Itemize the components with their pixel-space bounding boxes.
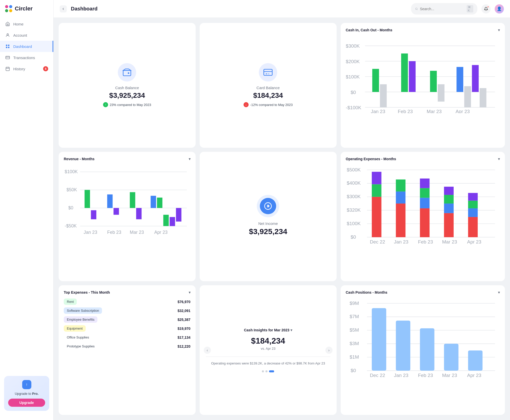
svg-text:-$50K: -$50K [65, 223, 77, 228]
cash-positions-title: Cash Positions - Months [346, 290, 387, 294]
header: Dashboard ⌘ K 👤 [54, 0, 510, 18]
svg-rect-13 [123, 71, 131, 76]
svg-rect-1 [6, 45, 7, 46]
svg-rect-15 [264, 69, 272, 75]
svg-rect-34 [438, 84, 444, 102]
operating-expenses-title: Operating Expenses - Months [346, 157, 396, 161]
page-title: Dashboard [71, 6, 407, 12]
sidebar-item-label: Transactions [13, 56, 35, 60]
sidebar: Circler Home Account Dashboard Transacti… [0, 0, 54, 420]
sidebar-item-history[interactable]: History 8 [0, 63, 53, 74]
chevron-down-icon[interactable]: ▾ [498, 290, 500, 294]
svg-rect-32 [409, 61, 415, 92]
collapse-button[interactable] [60, 5, 67, 12]
svg-rect-4 [8, 47, 9, 48]
expense-name: Office Supplies [64, 334, 92, 341]
chevron-down-icon[interactable]: ▾ [498, 28, 500, 32]
card-balance-change-text: -12% compared to May 2023 [250, 103, 293, 107]
cash-insights-card: Cash Insights for Mar 2023 ▾ ‹ $184,234 … [200, 285, 337, 415]
svg-rect-7 [6, 67, 9, 71]
avatar: 👤 [495, 4, 504, 13]
chevron-down-icon[interactable]: ▾ [189, 290, 190, 294]
net-income-card: Net Income $3,925,234 [200, 152, 337, 281]
revenue-header: Revenue - Months ▾ [64, 157, 190, 161]
chevron-down-icon[interactable]: ▾ [290, 328, 292, 332]
chevron-down-icon[interactable]: ▾ [498, 157, 500, 161]
svg-text:$320K: $320K [347, 207, 361, 213]
svg-text:Feb 23: Feb 23 [398, 109, 413, 113]
notifications-button[interactable] [481, 4, 491, 13]
svg-text:Apr 23: Apr 23 [455, 109, 470, 113]
svg-rect-5 [6, 56, 10, 59]
svg-rect-59 [163, 215, 169, 226]
cash-insights-header: Cash Insights for Mar 2023 ▾ [206, 328, 330, 332]
svg-text:Feb 23: Feb 23 [107, 229, 121, 235]
search-icon [415, 7, 418, 11]
sidebar-item-home[interactable]: Home [0, 18, 53, 30]
svg-rect-85 [396, 179, 405, 191]
card-balance-amount: $184,234 [253, 91, 283, 100]
svg-text:$100K: $100K [346, 74, 360, 79]
change-down-icon: ↓ [244, 102, 249, 107]
history-badge: 8 [43, 66, 48, 71]
card-balance-icon-wrap [259, 63, 277, 82]
logo-text: Circler [15, 5, 33, 12]
net-income-icon-wrap [257, 195, 279, 217]
svg-text:Apr 23: Apr 23 [154, 229, 168, 235]
upgrade-box: ↑ Upgrade to Pro. Upgrade [4, 376, 49, 411]
svg-text:Mar 23: Mar 23 [427, 109, 442, 113]
insights-next-button[interactable]: › [325, 347, 333, 354]
expense-name: Employee Benefits [64, 316, 97, 323]
sidebar-item-transactions[interactable]: Transactions [0, 52, 53, 63]
cash-balance-change-text: 23% compared to May 2023 [110, 103, 151, 107]
chevron-down-icon[interactable]: ▾ [189, 157, 190, 161]
upgrade-icon: ↑ [22, 380, 31, 389]
svg-rect-53 [107, 194, 112, 208]
sidebar-nav: Home Account Dashboard Transactions Hist… [0, 18, 53, 74]
sidebar-item-label: Home [13, 22, 23, 26]
svg-rect-96 [468, 200, 478, 208]
svg-rect-94 [468, 217, 478, 237]
sidebar-item-label: Dashboard [13, 44, 32, 49]
net-income-inner-circle [260, 198, 276, 214]
svg-rect-84 [396, 192, 405, 204]
svg-text:$400K: $400K [347, 180, 361, 186]
svg-rect-81 [372, 184, 381, 197]
svg-text:Dec 22: Dec 22 [370, 373, 385, 378]
insights-vs: vs. Apr 23 [261, 347, 275, 350]
svg-text:$3M: $3M [350, 341, 359, 346]
search-input[interactable] [420, 7, 465, 11]
svg-text:$500K: $500K [347, 167, 361, 172]
expense-amount: $32,091 [177, 309, 190, 313]
top-expenses-header: Top Expenses - This Month ▾ [64, 290, 190, 294]
cash-insights-title: Cash Insights for Mar 2023 [244, 328, 289, 332]
expense-name: Prototype Supplies [64, 343, 98, 349]
insights-prev-button[interactable]: ‹ [204, 347, 211, 354]
svg-rect-51 [85, 190, 90, 208]
upgrade-button[interactable]: Upgrade [8, 399, 45, 407]
svg-rect-36 [464, 86, 471, 107]
expense-row: Employee Benefits $25,387 [64, 316, 190, 323]
svg-rect-60 [170, 217, 175, 226]
svg-rect-55 [130, 192, 135, 208]
dollar-icon [264, 202, 272, 210]
svg-point-11 [415, 8, 417, 9]
svg-point-0 [7, 34, 8, 35]
svg-text:$100K: $100K [347, 221, 361, 226]
svg-rect-117 [420, 328, 435, 371]
sidebar-item-dashboard[interactable]: Dashboard [0, 41, 53, 52]
insights-divider [206, 357, 330, 357]
cash-positions-card: Cash Positions - Months ▾ $9M $7M $5M $3… [341, 285, 505, 415]
sidebar-item-account[interactable]: Account [0, 30, 53, 41]
svg-rect-90 [444, 213, 454, 237]
operating-expenses-chart: $500K $400K $300K $320K $100K $0 [346, 165, 500, 247]
svg-rect-95 [468, 208, 478, 217]
change-up-icon: ↑ [103, 102, 108, 107]
svg-rect-116 [396, 321, 410, 371]
svg-rect-35 [456, 67, 463, 92]
svg-rect-118 [444, 344, 458, 371]
dashboard-icon [5, 44, 10, 49]
svg-text:$9M: $9M [350, 301, 359, 306]
card-balance-change: ↓ -12% compared to May 2023 [244, 102, 293, 107]
card-balance-label: Card Balance [257, 86, 280, 90]
